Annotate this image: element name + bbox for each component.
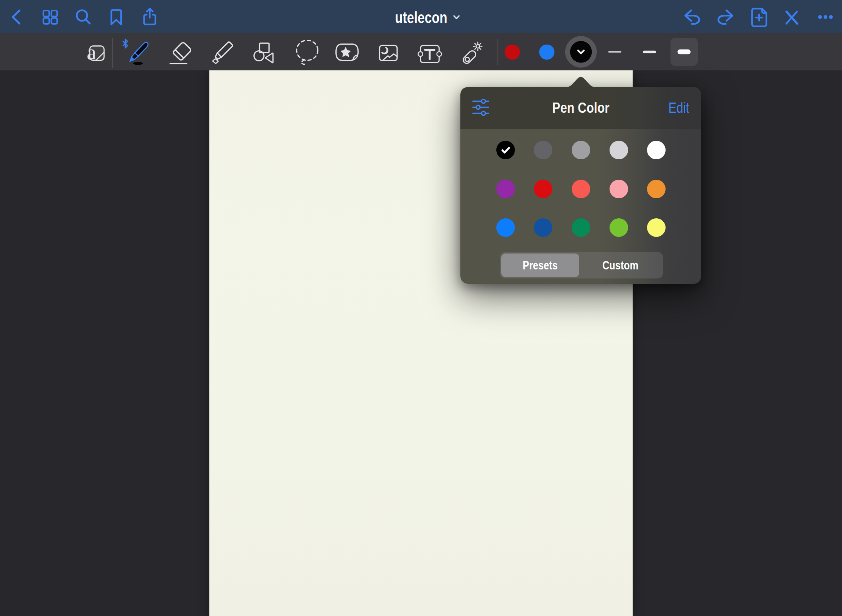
- svg-text:a: a: [87, 40, 96, 64]
